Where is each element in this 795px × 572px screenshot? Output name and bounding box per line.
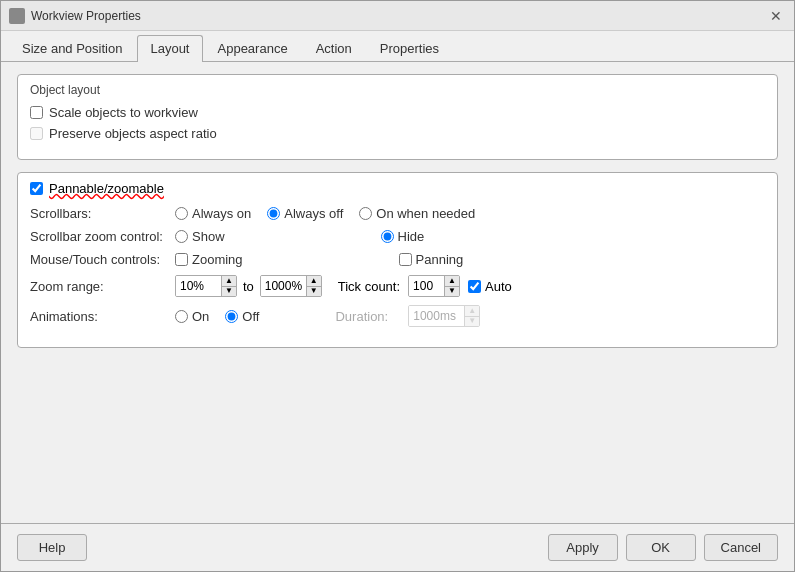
scrollbars-on-when-needed-radio[interactable] (359, 207, 372, 220)
scrollbar-zoom-label: Scrollbar zoom control: (30, 229, 175, 244)
preserve-aspect-row: Preserve objects aspect ratio (30, 126, 765, 141)
animations-off-radio[interactable] (225, 310, 238, 323)
animations-radio-group: On Off Duration: ▲ ▼ (175, 305, 480, 327)
tick-count-input[interactable] (409, 276, 444, 296)
scrollbar-zoom-show-radio[interactable] (175, 230, 188, 243)
animations-off-label: Off (242, 309, 259, 324)
zoom-max-spinner: ▲ ▼ (260, 275, 322, 297)
zoom-range-label: Zoom range: (30, 279, 175, 294)
animations-label: Animations: (30, 309, 175, 324)
zoom-range-row: Zoom range: ▲ ▼ to ▲ ▼ Tick count: (30, 275, 765, 297)
mouse-touch-row: Mouse/Touch controls: Zooming Panning (30, 252, 765, 267)
scrollbar-zoom-show: Show (175, 229, 225, 244)
auto-checkbox[interactable] (468, 280, 481, 293)
scrollbar-zoom-show-label: Show (192, 229, 225, 244)
pannable-text: Pannable/zoomable (49, 181, 164, 196)
duration-input[interactable] (409, 306, 464, 326)
title-bar: Workview Properties ✕ (1, 1, 794, 31)
app-icon (9, 8, 25, 24)
tick-count-label: Tick count: (338, 279, 400, 294)
close-button[interactable]: ✕ (766, 6, 786, 26)
tab-content: Object layout Scale objects to workview … (1, 62, 794, 523)
zooming-item: Zooming (175, 252, 243, 267)
scrollbars-always-off: Always off (267, 206, 343, 221)
animations-on-radio[interactable] (175, 310, 188, 323)
scrollbars-on-when-needed: On when needed (359, 206, 475, 221)
object-layout-title: Object layout (30, 83, 765, 97)
scale-objects-checkbox[interactable] (30, 106, 43, 119)
scrollbars-on-when-needed-label: On when needed (376, 206, 475, 221)
scrollbars-label: Scrollbars: (30, 206, 175, 221)
auto-item: Auto (468, 279, 512, 294)
scrollbars-row: Scrollbars: Always on Always off On when… (30, 206, 765, 221)
zooming-checkbox[interactable] (175, 253, 188, 266)
zoom-min-up-button[interactable]: ▲ (222, 276, 236, 287)
tab-action[interactable]: Action (303, 35, 365, 61)
scrollbar-zoom-hide: Hide (381, 229, 425, 244)
zoom-min-spinner-buttons: ▲ ▼ (221, 276, 236, 296)
mouse-touch-label: Mouse/Touch controls: (30, 252, 175, 267)
zoom-max-down-button[interactable]: ▼ (307, 287, 321, 297)
tick-count-spinner: ▲ ▼ (408, 275, 460, 297)
apply-button[interactable]: Apply (548, 534, 618, 561)
animations-row: Animations: On Off Duration: ▲ (30, 305, 765, 327)
scrollbar-zoom-row: Scrollbar zoom control: Show Hide (30, 229, 765, 244)
window: Workview Properties ✕ Size and Position … (0, 0, 795, 572)
tick-count-up-button[interactable]: ▲ (445, 276, 459, 287)
scrollbars-always-on: Always on (175, 206, 251, 221)
tab-bar: Size and Position Layout Appearance Acti… (1, 31, 794, 62)
auto-label: Auto (485, 279, 512, 294)
preserve-aspect-checkbox[interactable] (30, 127, 43, 140)
tab-properties[interactable]: Properties (367, 35, 452, 61)
zoom-max-up-button[interactable]: ▲ (307, 276, 321, 287)
pannable-group: Pannable/zoomable Scrollbars: Always on … (17, 172, 778, 348)
scale-objects-row: Scale objects to workview (30, 105, 765, 120)
mouse-touch-checkboxes: Zooming Panning (175, 252, 463, 267)
panning-label: Panning (416, 252, 464, 267)
pannable-label: Pannable/zoomable (49, 181, 164, 196)
scrollbars-always-off-label: Always off (284, 206, 343, 221)
help-button[interactable]: Help (17, 534, 87, 561)
pannable-checkbox[interactable] (30, 182, 43, 195)
zoom-min-spinner: ▲ ▼ (175, 275, 237, 297)
duration-up-button[interactable]: ▲ (465, 306, 479, 317)
object-layout-group: Object layout Scale objects to workview … (17, 74, 778, 160)
zoom-min-down-button[interactable]: ▼ (222, 287, 236, 297)
footer-right-buttons: Apply OK Cancel (548, 534, 778, 561)
to-label: to (243, 279, 254, 294)
scrollbar-zoom-hide-radio[interactable] (381, 230, 394, 243)
scrollbars-radio-group: Always on Always off On when needed (175, 206, 475, 221)
scale-objects-label: Scale objects to workview (49, 105, 198, 120)
tab-size-position[interactable]: Size and Position (9, 35, 135, 61)
duration-spinner-buttons: ▲ ▼ (464, 306, 479, 326)
animations-on: On (175, 309, 209, 324)
panning-checkbox[interactable] (399, 253, 412, 266)
zoom-min-input[interactable] (176, 276, 221, 296)
scrollbar-zoom-hide-label: Hide (398, 229, 425, 244)
tab-layout[interactable]: Layout (137, 35, 202, 62)
window-title: Workview Properties (31, 9, 766, 23)
duration-label: Duration: (335, 309, 388, 324)
animations-off: Off (225, 309, 259, 324)
duration-spinner: ▲ ▼ (408, 305, 480, 327)
zooming-label: Zooming (192, 252, 243, 267)
panning-item: Panning (399, 252, 464, 267)
scrollbars-always-on-radio[interactable] (175, 207, 188, 220)
tick-count-down-button[interactable]: ▼ (445, 287, 459, 297)
cancel-button[interactable]: Cancel (704, 534, 778, 561)
tick-count-spinner-buttons: ▲ ▼ (444, 276, 459, 296)
scrollbars-always-on-label: Always on (192, 206, 251, 221)
duration-down-button[interactable]: ▼ (465, 317, 479, 327)
zoom-max-input[interactable] (261, 276, 306, 296)
scrollbar-zoom-radio-group: Show Hide (175, 229, 424, 244)
tab-appearance[interactable]: Appearance (205, 35, 301, 61)
preserve-aspect-label: Preserve objects aspect ratio (49, 126, 217, 141)
pannable-title-row: Pannable/zoomable (30, 181, 765, 196)
animations-on-label: On (192, 309, 209, 324)
scrollbars-always-off-radio[interactable] (267, 207, 280, 220)
footer: Help Apply OK Cancel (1, 523, 794, 571)
zoom-max-spinner-buttons: ▲ ▼ (306, 276, 321, 296)
ok-button[interactable]: OK (626, 534, 696, 561)
